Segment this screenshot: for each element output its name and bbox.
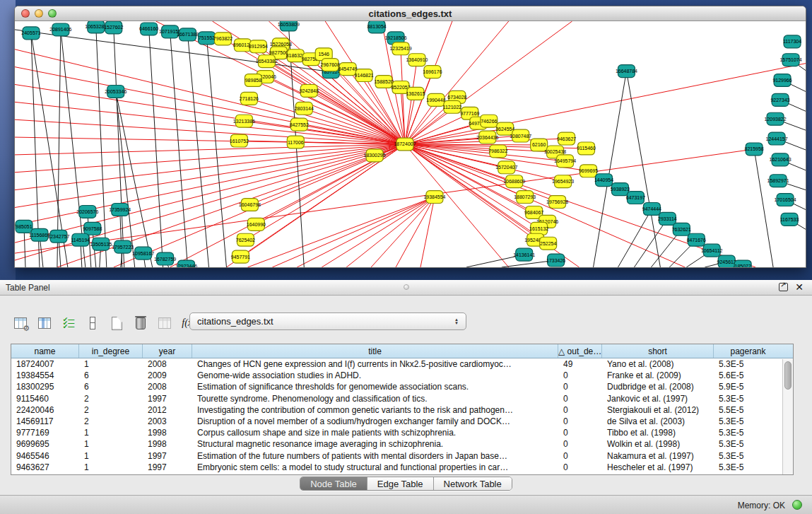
graph-node[interactable]: 16046798 [239,199,261,211]
graph-node[interactable]: 9457791 [231,250,250,263]
table-row[interactable]: 946554611997Estimation of the future num… [11,450,793,462]
table-cell[interactable]: Stergiakouli et al. (2012) [602,404,714,416]
table-cell[interactable]: 9115460 [11,393,79,404]
table-cell[interactable]: 2 [79,416,143,427]
table-cell[interactable]: Embryonic stem cells: a model to study s… [192,462,558,473]
graph-edge-black[interactable] [594,71,627,267]
graph-node[interactable]: 12093822 [765,112,787,125]
table-row[interactable]: 1456911722003Disruption of a novel membe… [11,416,793,427]
table-cell[interactable]: 0 [558,393,602,404]
table-row[interactable]: 1872400712008Changes of HCN gene express… [11,358,793,370]
table-row[interactable]: 946362711997Embryonic stem cells: a mode… [11,462,793,473]
table-cell[interactable]: 0 [558,404,602,416]
graph-node[interactable]: 17359924 [109,204,131,216]
graph-node[interactable]: 19384554 [423,191,445,204]
table-cell[interactable]: 18300295 [11,381,79,392]
table-cell[interactable]: Dudbridge et al. (2008) [602,381,714,392]
graph-node[interactable]: 10807487 [510,129,531,142]
graph-node[interactable]: 117006 [287,136,304,148]
table-cell[interactable]: Genome-wide association studies in ADHD. [192,370,558,381]
table-cell[interactable]: de Silva et al. (2003) [602,416,714,427]
column-header-pagerank[interactable]: pagerank [714,344,782,358]
network-canvas[interactable]: 2405571208914061065328715276026466160107… [15,21,806,267]
graph-node[interactable]: 1167533 [780,213,799,226]
table-cell[interactable]: 5.3E-5 [714,438,782,450]
table-cell[interactable]: Corpus callosum shape and size in male p… [192,427,558,438]
network-graph[interactable]: 2405571208914061065328715276026466160107… [15,21,806,267]
splitter-handle-icon[interactable] [404,284,409,290]
select-all-button[interactable]: ✔—✔—✔— [59,314,78,332]
graph-node[interactable]: 10688609 [503,175,525,188]
graph-node[interactable]: 1117304 [783,35,801,48]
graph-node[interactable]: 9115460 [577,142,596,155]
graph-node[interactable]: 20364436 [476,131,498,144]
graph-node[interactable]: 8215958 [745,143,764,156]
table-row[interactable]: 969969511998Structural magnetic resonanc… [11,438,793,450]
graph-edge-black[interactable] [170,32,188,267]
graph-node[interactable]: 7986322 [488,145,507,158]
graph-node[interactable]: 7963822 [213,33,233,45]
table-cell[interactable]: 5.3E-5 [714,416,782,427]
graph-edge-red[interactable] [371,197,435,267]
graph-node[interactable]: 989858 [245,74,261,87]
graph-edge-red[interactable] [297,197,435,267]
tab-edge-table[interactable]: Edge Table [367,477,434,490]
graph-node[interactable]: 9699695 [579,165,598,177]
table-cell[interactable]: 0 [558,427,602,438]
graph-node[interactable]: 5938923 [611,183,630,196]
graph-node[interactable]: 9227343 [770,93,789,106]
table-cell[interactable]: 9699695 [11,438,79,450]
table-row[interactable]: 2242004622012Investigating the contribut… [11,404,793,416]
graph-node[interactable]: 17957223 [112,240,134,253]
graph-edge-red[interactable] [15,84,405,144]
graph-node[interactable]: 1440954 [594,174,613,187]
table-cell[interactable]: 9465546 [11,450,79,462]
graph-node[interactable]: 20206576 [76,206,98,218]
graph-node[interactable]: 2967608 [321,59,340,71]
graph-node[interactable]: 16053809 [278,21,300,31]
table-cell[interactable]: Changes of HCN gene expression and I(f) … [192,358,558,370]
delete-column-button[interactable] [131,314,150,332]
graph-node[interactable]: 1527602 [104,21,123,34]
graph-node[interactable]: 13640910 [406,54,428,66]
table-cell[interactable]: 0 [558,370,602,381]
graph-edge-red[interactable] [420,197,435,267]
table-scrollbar[interactable] [782,359,793,474]
table-cell[interactable]: Estimation of the future numbers of pati… [192,450,558,462]
table-cell[interactable]: 6 [79,381,143,392]
graph-node[interactable]: 15720407 [495,161,517,174]
graph-node[interactable]: 8912954 [249,40,268,53]
graph-edge-red[interactable] [405,60,417,144]
table-cell[interactable]: 1997 [143,393,192,404]
graph-node[interactable]: 9474444 [642,203,661,216]
show-columns-button[interactable] [35,314,54,332]
table-cell[interactable]: 1997 [143,450,192,462]
table-cell[interactable]: 5.3E-5 [714,393,782,404]
table-cell[interactable]: 5.3E-5 [714,462,782,473]
graph-node[interactable]: 2933114 [658,212,677,225]
window-titlebar[interactable]: citations_edges.txt [15,6,806,21]
tab-network-table[interactable]: Network Table [434,477,512,490]
graph-node[interactable]: 12923446 [175,260,197,267]
graph-node[interactable]: 1362615 [406,87,425,100]
table-cell[interactable]: Jankovic et al. (1997) [602,393,714,404]
graph-node[interactable]: 15892971 [767,175,789,187]
graph-node[interactable]: 16671388 [177,28,199,41]
graph-node[interactable]: 16543382 [256,55,278,68]
table-cell[interactable]: 1998 [143,427,192,438]
table-cell[interactable]: 2009 [143,370,192,381]
graph-edge-red[interactable] [405,64,806,144]
graph-node[interactable]: 9146821 [355,69,374,82]
table-cell[interactable]: Disruption of a novel member of a sodium… [192,416,558,427]
graph-node[interactable]: 1640990 [247,218,266,230]
table-cell[interactable]: 1 [79,427,143,438]
table-cell[interactable]: 49 [558,358,602,370]
table-cell[interactable]: 0 [558,450,602,462]
table-cell[interactable]: 0 [558,438,602,450]
graph-edge-red[interactable] [405,136,521,144]
table-cell[interactable]: Structural magnetic resonance image aver… [192,438,558,450]
graph-node[interactable]: 10958167 [132,247,154,259]
column-header-in_degree[interactable]: in_degree [79,344,143,358]
graph-node[interactable]: 1610752 [230,134,249,147]
graph-edge-black[interactable] [114,28,124,267]
